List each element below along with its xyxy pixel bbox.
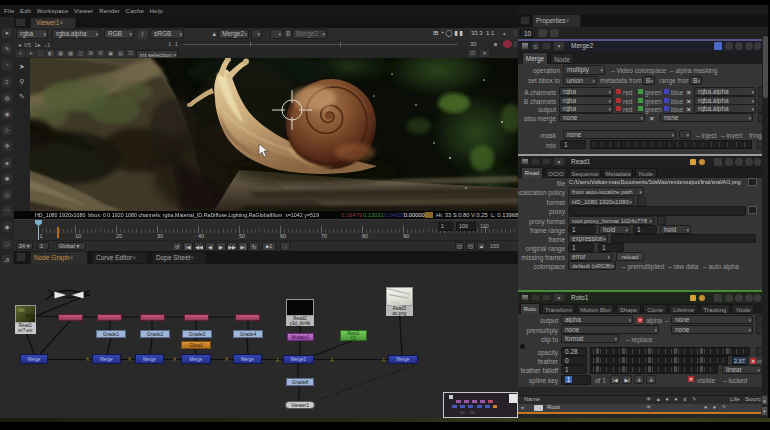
- svg-text:A: A: [225, 357, 228, 362]
- svg-text:A: A: [382, 358, 385, 363]
- svg-text:A: A: [173, 357, 176, 362]
- svg-text:A: A: [128, 357, 131, 362]
- svg-text:A: A: [330, 358, 333, 363]
- svg-text:A: A: [276, 358, 279, 363]
- svg-text:A: A: [86, 357, 89, 362]
